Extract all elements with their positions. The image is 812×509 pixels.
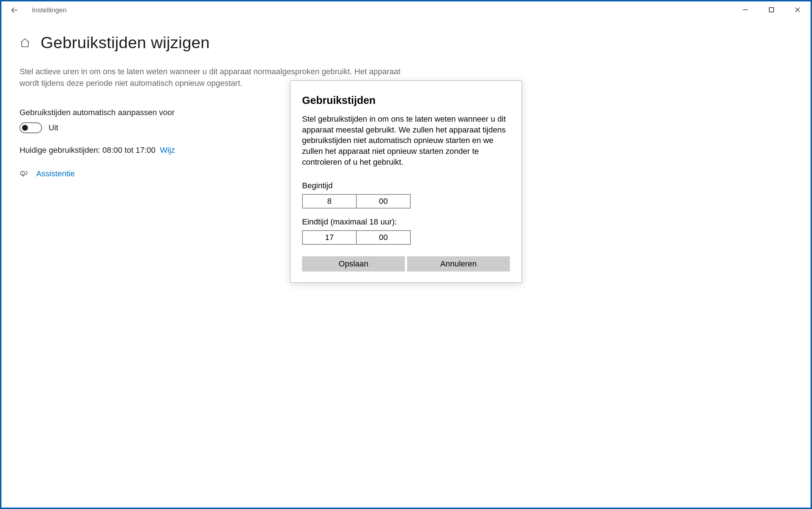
svg-rect-1 xyxy=(769,8,774,12)
settings-window: Instellingen xyxy=(1,1,811,508)
current-hours-text: Huidige gebruikstijden: 08:00 tot 17:00 xyxy=(20,146,155,155)
back-button[interactable] xyxy=(4,1,25,19)
end-time-picker: 17 00 xyxy=(302,230,411,245)
minimize-icon xyxy=(742,7,748,13)
dialog-title: Gebruikstijden xyxy=(302,94,510,106)
end-time-label: Eindtijd (maximaal 18 uur): xyxy=(302,217,510,227)
maximize-icon xyxy=(769,7,774,13)
end-hour-field[interactable]: 17 xyxy=(302,230,357,245)
cancel-button[interactable]: Annuleren xyxy=(407,256,510,272)
help-link[interactable]: Assistentie xyxy=(36,169,75,178)
caption-buttons xyxy=(732,1,811,18)
dialog-buttons: Opslaan Annuleren xyxy=(302,256,510,272)
app-name: Instellingen xyxy=(32,6,67,14)
toggle-knob xyxy=(22,125,28,131)
close-icon xyxy=(795,7,800,13)
start-hour-field[interactable]: 8 xyxy=(302,194,357,209)
toggle-state: Uit xyxy=(49,123,58,132)
end-minute-field[interactable]: 00 xyxy=(357,230,411,245)
titlebar: Instellingen xyxy=(1,1,811,19)
page-title: Gebruikstijden wijzigen xyxy=(41,33,210,52)
home-icon[interactable] xyxy=(20,37,30,48)
auto-adjust-toggle[interactable] xyxy=(20,122,42,133)
dialog-description: Stel gebruikstijden in om ons te laten w… xyxy=(302,114,510,167)
back-arrow-icon xyxy=(10,6,19,14)
maximize-button[interactable] xyxy=(758,1,784,18)
close-button[interactable] xyxy=(784,1,811,18)
save-button[interactable]: Opslaan xyxy=(302,256,405,272)
change-link[interactable]: Wijz xyxy=(160,146,175,155)
minimize-button[interactable] xyxy=(732,1,758,18)
start-minute-field[interactable]: 00 xyxy=(357,194,411,209)
help-icon xyxy=(20,169,30,179)
start-time-label: Begintijd xyxy=(302,181,510,190)
active-hours-dialog: Gebruikstijden Stel gebruikstijden in om… xyxy=(290,80,522,283)
start-time-picker: 8 00 xyxy=(302,194,411,209)
header-row: Gebruikstijden wijzigen xyxy=(20,33,792,52)
svg-point-5 xyxy=(22,174,23,175)
